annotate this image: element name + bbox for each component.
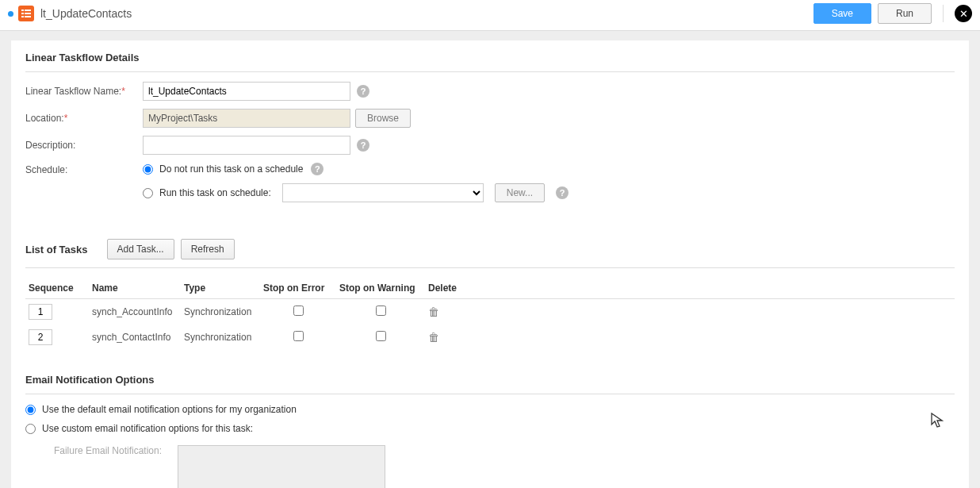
sequence-input[interactable]: [29, 329, 52, 345]
svg-rect-2: [21, 13, 24, 14]
help-icon[interactable]: ?: [357, 85, 369, 98]
email-default-label: Use the default email notification optio…: [42, 404, 297, 415]
col-stop-error: Stop on Error: [260, 278, 336, 299]
description-label: Description:: [25, 140, 143, 151]
content-scroll[interactable]: Linear Taskflow Details Linear Taskflow …: [0, 31, 980, 488]
save-button[interactable]: Save: [813, 3, 871, 24]
divider: [25, 71, 955, 72]
failure-email-label: Failure Email Notification:: [25, 445, 178, 456]
email-custom-label: Use custom email notification options fo…: [42, 423, 253, 434]
location-input: [143, 109, 350, 128]
description-row: Description: ?: [25, 136, 955, 155]
email-section-title: Email Notification Options: [25, 374, 955, 386]
main-panel: Linear Taskflow Details Linear Taskflow …: [11, 40, 969, 488]
svg-rect-3: [25, 13, 31, 14]
task-type-cell: Synchronization: [181, 299, 260, 325]
taskflow-name-row: Linear Taskflow Name:* ?: [25, 82, 955, 101]
email-custom-option: Use custom email notification options fo…: [25, 423, 955, 434]
col-name: Name: [89, 278, 181, 299]
col-delete: Delete: [425, 278, 473, 299]
schedule-row: Schedule: Do not run this task on a sche…: [25, 163, 955, 210]
taskflow-name-label: Linear Taskflow Name:*: [25, 86, 143, 97]
table-row: synch_AccountInfo Synchronization 🗑: [25, 299, 955, 325]
help-icon[interactable]: ?: [556, 186, 568, 199]
close-icon: ✕: [959, 9, 968, 19]
description-input[interactable]: [143, 136, 350, 155]
page-title: lt_UpdateContacts: [40, 7, 132, 20]
stop-warning-checkbox[interactable]: [376, 331, 386, 341]
close-button[interactable]: ✕: [955, 5, 972, 22]
svg-rect-5: [25, 16, 31, 17]
schedule-label: Schedule:: [25, 163, 143, 175]
location-label: Location:*: [25, 113, 143, 124]
divider: [25, 267, 955, 268]
email-default-option: Use the default email notification optio…: [25, 404, 955, 415]
schedule-run-label: Run this task on schedule:: [159, 187, 271, 198]
schedule-none-label: Do not run this task on a schedule: [159, 163, 303, 175]
taskflow-name-input[interactable]: [143, 82, 350, 101]
email-custom-radio[interactable]: [25, 424, 36, 434]
col-sequence: Sequence: [25, 278, 89, 299]
browse-button[interactable]: Browse: [355, 109, 411, 128]
task-type-cell: Synchronization: [181, 325, 260, 350]
schedule-select[interactable]: [282, 183, 484, 202]
unsaved-dot-icon: [8, 11, 13, 17]
col-stop-warning: Stop on Warning: [336, 278, 425, 299]
location-row: Location:* Browse: [25, 109, 955, 128]
schedule-run-radio[interactable]: [143, 188, 153, 198]
failure-email-row: Failure Email Notification:: [25, 445, 955, 488]
task-name-cell: synch_ContactInfo: [89, 325, 181, 350]
schedule-none-radio[interactable]: [143, 164, 153, 175]
run-button[interactable]: Run: [878, 3, 932, 24]
tasks-table-header-row: Sequence Name Type Stop on Error Stop on…: [25, 278, 955, 299]
delete-icon[interactable]: 🗑: [428, 331, 439, 344]
divider: [943, 5, 944, 22]
add-task-button[interactable]: Add Task...: [107, 239, 174, 259]
delete-icon[interactable]: 🗑: [428, 305, 439, 318]
required-asterisk: *: [64, 113, 68, 124]
stop-error-checkbox[interactable]: [293, 331, 304, 341]
schedule-run-option: Run this task on schedule: New... ?: [143, 183, 568, 202]
task-name-cell: synch_AccountInfo: [89, 299, 181, 325]
help-icon[interactable]: ?: [311, 163, 323, 175]
stop-error-checkbox[interactable]: [293, 305, 304, 316]
svg-rect-1: [25, 10, 31, 11]
refresh-button[interactable]: Refresh: [181, 239, 235, 259]
required-asterisk: *: [121, 86, 125, 97]
svg-rect-4: [21, 16, 24, 17]
help-icon[interactable]: ?: [357, 139, 369, 152]
tasks-section-title: List of Tasks: [25, 244, 88, 256]
svg-rect-0: [21, 10, 24, 11]
schedule-none-option: Do not run this task on a schedule ?: [143, 163, 568, 175]
email-default-radio[interactable]: [25, 405, 36, 415]
table-row: synch_ContactInfo Synchronization 🗑: [25, 325, 955, 350]
top-bar: lt_UpdateContacts Save Run ✕: [0, 0, 980, 31]
stop-warning-checkbox[interactable]: [376, 305, 386, 316]
sequence-input[interactable]: [29, 304, 52, 320]
new-schedule-button[interactable]: New...: [495, 183, 545, 202]
tasks-table: Sequence Name Type Stop on Error Stop on…: [25, 278, 955, 350]
divider: [25, 394, 955, 394]
failure-email-textarea: [178, 445, 385, 488]
tasks-header: List of Tasks Add Task... Refresh: [25, 239, 955, 259]
col-type: Type: [181, 278, 260, 299]
details-section-title: Linear Taskflow Details: [25, 52, 955, 63]
taskflow-icon: [18, 6, 34, 21]
